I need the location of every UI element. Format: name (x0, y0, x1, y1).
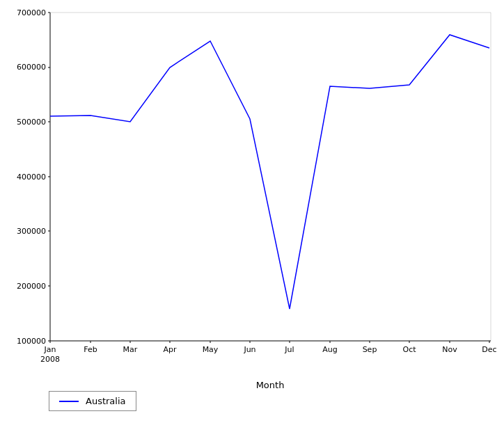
line-chart: 100000 200000 300000 400000 500000 60000… (0, 0, 504, 432)
y-tick-200000: 200000 (17, 282, 46, 291)
y-tick-400000: 400000 (17, 173, 46, 182)
y-tick-300000: 300000 (17, 227, 46, 236)
x-axis-label: Month (256, 380, 285, 390)
x-tick-sep: Sep (363, 345, 377, 354)
x-tick-may: May (203, 345, 219, 354)
x-tick-oct: Oct (402, 345, 416, 354)
x-tick-mar: Mar (123, 345, 138, 354)
x-tick-dec: Dec (482, 345, 496, 354)
y-tick-700000: 700000 (17, 8, 46, 17)
x-tick-jun: Jun (243, 345, 255, 354)
x-tick-nov: Nov (442, 345, 457, 354)
legend-label: Australia (86, 396, 126, 406)
x-tick-jul: Jul (284, 345, 294, 354)
y-tick-600000: 600000 (17, 63, 46, 72)
y-tick-100000: 100000 (17, 337, 46, 346)
x-tick-jan: Jan (44, 345, 56, 354)
y-tick-500000: 500000 (17, 118, 46, 127)
legend-line (59, 401, 79, 402)
legend: Australia (49, 391, 136, 411)
australia-line (50, 35, 489, 309)
x-tick-feb: Feb (84, 345, 97, 354)
x-tick-aug: Aug (322, 345, 337, 354)
x-tick-2008: 2008 (40, 355, 60, 364)
x-tick-apr: Apr (163, 345, 177, 354)
chart-container: 100000 200000 300000 400000 500000 60000… (0, 0, 504, 432)
